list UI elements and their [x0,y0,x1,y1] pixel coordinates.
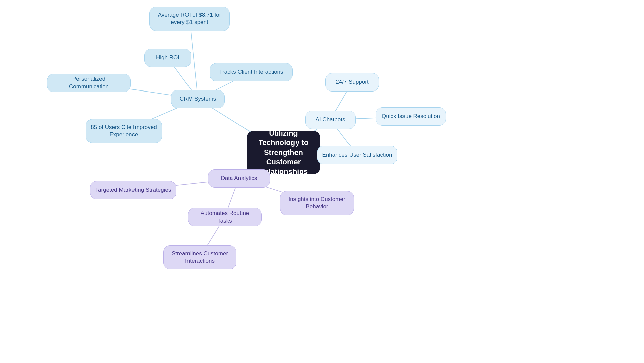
node-label: Personalized Communication [52,75,126,90]
node-label: 24/7 Support [336,78,368,86]
node-label: Automates Routine Tasks [193,209,257,224]
node-insights: Insights into Customer Behavior [280,191,354,215]
node-high-roi: High ROI [144,49,191,67]
node-85users: 85 of Users Cite Improved Experience [86,119,162,143]
node-label: AI Chatbots [316,116,345,123]
node-enhances: Enhances User Satisfaction [317,146,397,164]
node-label: Quick Issue Resolution [382,113,440,120]
node-streamlines: Streamlines Customer Interactions [163,245,236,269]
node-label: Targeted Marketing Strategies [95,186,171,194]
node-crm: CRM Systems [171,90,225,108]
node-center: Utilizing Technology to Strengthen Custo… [247,131,320,174]
node-label: 85 of Users Cite Improved Experience [91,124,157,138]
node-label: High ROI [156,54,179,61]
node-avg-roi: Average ROI of $8.71 for every $1 spent [149,7,230,31]
node-label: Enhances User Satisfaction [322,151,392,159]
node-personalized: Personalized Communication [47,74,131,92]
node-label: Average ROI of $8.71 for every $1 spent [154,11,225,26]
node-247support: 24/7 Support [325,73,379,92]
node-targeted: Targeted Marketing Strategies [90,181,176,199]
node-ai-chatbots: AI Chatbots [305,111,356,129]
node-quick-issue: Quick Issue Resolution [376,107,446,126]
node-label: CRM Systems [180,95,216,103]
node-automates: Automates Routine Tasks [188,208,262,226]
node-tracks: Tracks Client Interactions [210,63,293,81]
node-label: Insights into Customer Behavior [285,196,349,210]
node-label: Tracks Client Interactions [219,68,283,76]
node-label: Data Analytics [221,175,257,182]
node-label: Streamlines Customer Interactions [168,250,231,265]
node-data-analytics: Data Analytics [208,169,270,188]
